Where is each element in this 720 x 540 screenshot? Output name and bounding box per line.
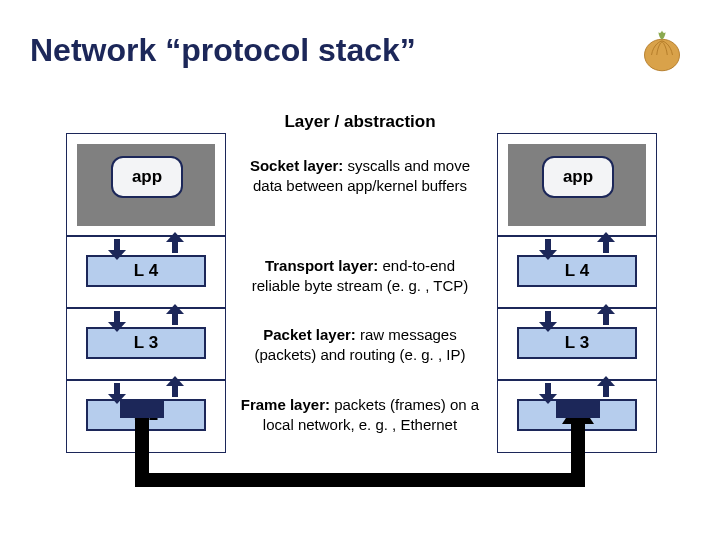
desc-packet-head: Packet layer: xyxy=(263,326,356,343)
arrow-down-icon xyxy=(94,379,140,401)
right-l4-box: L 4 xyxy=(517,255,637,287)
section-heading: Layer / abstraction xyxy=(0,112,720,132)
arrow-down-icon xyxy=(94,235,140,257)
left-l3-box: L 3 xyxy=(86,327,206,359)
desc-socket-head: Socket layer: xyxy=(250,157,343,174)
left-l4-box: L 4 xyxy=(86,255,206,287)
physical-link-connector xyxy=(60,400,660,520)
left-arrows-app-l4 xyxy=(66,237,226,259)
page-title: Network “protocol stack” xyxy=(30,32,634,69)
arrow-up-icon xyxy=(152,379,198,401)
arrow-down-icon xyxy=(525,379,571,401)
right-arrows-app-l4 xyxy=(497,237,657,259)
desc-socket: Socket layer: syscalls and move data bet… xyxy=(240,156,480,195)
desc-transport-head: Transport layer: xyxy=(265,257,378,274)
arrow-up-icon xyxy=(583,307,629,329)
svg-rect-4 xyxy=(556,400,600,418)
left-app-outline: app xyxy=(66,133,226,237)
right-app-label: app xyxy=(542,156,614,198)
left-app-label: app xyxy=(111,156,183,198)
arrow-down-icon xyxy=(94,307,140,329)
desc-packet: Packet layer: raw messages (packets) and… xyxy=(240,325,480,364)
desc-transport: Transport layer: end-to-end reliable byt… xyxy=(240,256,480,295)
onion-icon xyxy=(634,20,690,80)
arrow-up-icon xyxy=(583,379,629,401)
arrow-up-icon xyxy=(583,235,629,257)
right-arrows-l4-l3 xyxy=(497,309,657,331)
right-app-outline: app xyxy=(497,133,657,237)
left-arrows-l4-l3 xyxy=(66,309,226,331)
arrow-down-icon xyxy=(525,235,571,257)
arrow-up-icon xyxy=(152,235,198,257)
right-l3-box: L 3 xyxy=(517,327,637,359)
svg-rect-2 xyxy=(120,400,164,418)
arrow-up-icon xyxy=(152,307,198,329)
arrow-down-icon xyxy=(525,307,571,329)
